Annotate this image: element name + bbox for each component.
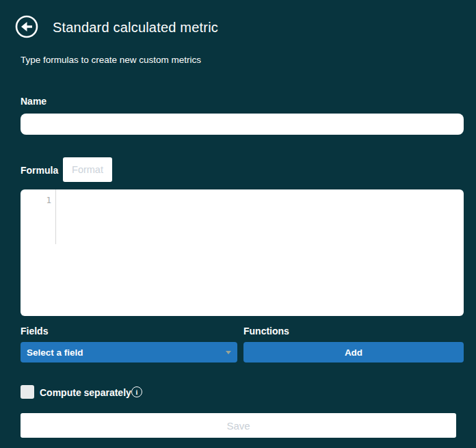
name-label: Name <box>21 96 47 107</box>
info-icon[interactable]: i <box>131 386 142 397</box>
calculated-metric-form: Standard calculated metric Type formulas… <box>0 0 476 448</box>
compute-separately-label: Compute separately <box>40 387 131 398</box>
back-button[interactable] <box>15 15 38 38</box>
editor-line-number-gutter: 1 <box>21 189 56 244</box>
field-select-value: Select a field <box>27 347 83 358</box>
functions-label: Functions <box>243 326 289 337</box>
formula-editor: 1 <box>21 189 464 316</box>
formula-editor-content[interactable] <box>57 189 464 316</box>
add-function-button[interactable]: Add <box>243 342 464 363</box>
compute-separately-checkbox[interactable] <box>21 385 34 399</box>
line-number: 1 <box>46 195 51 205</box>
formula-label: Formula <box>21 165 58 176</box>
back-arrow-icon <box>15 30 38 40</box>
page-title: Standard calculated metric <box>53 19 218 36</box>
save-button[interactable]: Save <box>21 413 456 438</box>
fields-label: Fields <box>21 326 48 337</box>
chevron-down-icon <box>226 351 231 354</box>
page-subtitle: Type formulas to create new custom metri… <box>21 55 201 66</box>
field-select-dropdown[interactable]: Select a field <box>21 342 237 363</box>
format-button[interactable]: Format <box>63 157 112 182</box>
name-input[interactable] <box>21 114 464 135</box>
